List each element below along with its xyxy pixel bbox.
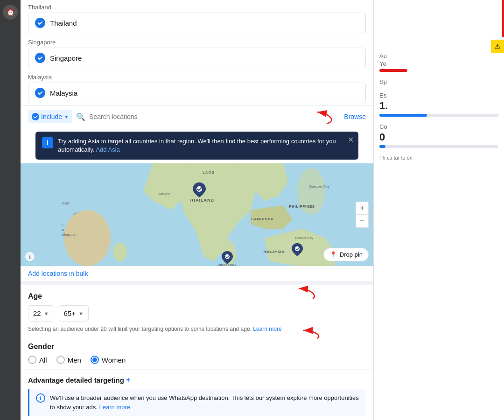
- age-max-select[interactable]: 65+ ▼: [59, 305, 89, 322]
- advantage-learn-more-link[interactable]: Learn more: [99, 404, 130, 411]
- asia-tooltip: i Try adding Asia to target all countrie…: [35, 132, 358, 160]
- svg-text:MALAYSIA: MALAYSIA: [263, 250, 284, 254]
- include-icon: [32, 113, 39, 120]
- singapore-row[interactable]: Singapore: [28, 48, 366, 68]
- svg-text:al: al: [62, 228, 64, 231]
- age-note: Selecting an audience under 20 will limi…: [28, 325, 366, 333]
- tooltip-wrapper: i Try adding Asia to target all countrie…: [21, 128, 373, 163]
- zoom-out-button[interactable]: −: [356, 215, 369, 228]
- rp-es-section: Es 1.: [379, 92, 498, 117]
- browse-button[interactable]: Browse: [344, 113, 366, 120]
- add-bulk-link[interactable]: Add locations in bulk: [21, 266, 373, 281]
- gender-options: All Men Women: [28, 356, 366, 364]
- search-input[interactable]: [89, 113, 340, 120]
- gender-all-option[interactable]: All: [28, 356, 47, 364]
- gender-all-label: All: [39, 356, 47, 364]
- age-max-dropdown-icon: ▼: [78, 311, 84, 316]
- age-learn-more-link[interactable]: Learn more: [253, 326, 281, 332]
- svg-point-3: [64, 210, 111, 266]
- main-content: Thailand Thailand Singapore Singapo: [21, 0, 373, 420]
- gender-men-option[interactable]: Men: [56, 356, 81, 364]
- advantage-description: We'll use a broader audience when you us…: [50, 393, 359, 412]
- clock-icon: ⏰: [3, 5, 18, 20]
- gender-all-radio: [28, 356, 36, 364]
- svg-point-5: [113, 243, 127, 261]
- rp-cost-section: Co 0: [379, 123, 498, 148]
- thailand-name: Thailand: [50, 19, 77, 27]
- zoom-in-button[interactable]: +: [356, 202, 369, 215]
- map-container[interactable]: Bay of Bengal: [21, 163, 373, 266]
- svg-text:Davao City: Davao City: [295, 236, 313, 240]
- age-min-select[interactable]: 22 ▼: [28, 305, 54, 322]
- warning-triangle: ⚠: [491, 40, 504, 53]
- malaysia-section: Malaysia Malaysia: [21, 70, 373, 103]
- thailand-check-icon: [35, 18, 45, 28]
- advantage-plus-icon: +: [126, 376, 130, 384]
- advantage-info-box: i We'll use a broader audience when you …: [28, 389, 366, 416]
- gender-men-radio: [56, 356, 65, 364]
- svg-text:Quezon City: Quezon City: [309, 184, 329, 189]
- age-title: Age: [28, 292, 366, 301]
- search-bar: Include ▼ 🔍 Browse: [21, 105, 373, 128]
- include-dropdown-icon: ▼: [64, 114, 69, 119]
- advantage-section: Advantage detailed targeting + i We'll u…: [21, 370, 373, 420]
- rp-es-label: Es: [379, 92, 498, 99]
- pin-icon: 📍: [329, 251, 337, 258]
- map-svg: Bay of Bengal: [21, 163, 373, 266]
- rp-yo-label: Yo: [379, 60, 498, 67]
- rp-cost-bar-bg: [379, 145, 498, 148]
- rp-audience-section: Au Yo: [379, 52, 498, 72]
- gender-men-label: Men: [68, 356, 81, 364]
- gender-title: Gender: [28, 343, 366, 351]
- svg-text:THAILAND: THAILAND: [189, 198, 214, 203]
- gender-section: Gender All Men Women: [21, 337, 373, 370]
- svg-text:Yangon: Yangon: [158, 192, 171, 196]
- tooltip-text: Try adding Asia to target all countries …: [58, 137, 352, 154]
- svg-text:LAOS: LAOS: [203, 170, 215, 175]
- rp-reach-value: 1.: [379, 100, 498, 112]
- advantage-info-icon: i: [36, 393, 45, 403]
- rp-sp-section: Sp: [379, 78, 498, 85]
- rp-reach-bar-red: [379, 69, 407, 72]
- right-panel: ⚠ Au Yo Sp Es 1. Co 0 Th ca tar to on: [373, 0, 504, 420]
- rp-cost-bar-fill: [379, 145, 385, 148]
- gender-women-radio: [91, 356, 99, 364]
- malaysia-check-icon: [35, 88, 45, 98]
- search-icon: 🔍: [76, 112, 85, 121]
- singapore-label: Singapore: [28, 35, 366, 48]
- rp-cost-label: Co: [379, 123, 498, 130]
- svg-text:CAMBODIA: CAMBODIA: [251, 217, 273, 221]
- svg-text:ru: ru: [62, 224, 64, 227]
- rp-reach-bar-bg: [379, 114, 498, 117]
- rp-reach-bar-fill: [379, 114, 427, 117]
- thailand-section: Thailand Thailand: [21, 0, 373, 33]
- singapore-name: Singapore: [50, 54, 82, 62]
- thailand-label: Thailand: [28, 0, 366, 13]
- malaysia-label: Malaysia: [28, 70, 366, 83]
- drop-pin-label: Drop pin: [340, 251, 363, 258]
- singapore-check-icon: [35, 53, 45, 63]
- add-asia-link[interactable]: Add Asia: [96, 146, 119, 153]
- age-max-value: 65+: [64, 309, 76, 317]
- svg-text:PHILIPPINES: PHILIPPINES: [289, 204, 315, 209]
- info-icon: i: [42, 137, 53, 148]
- drop-pin-button[interactable]: 📍 Drop pin: [323, 248, 369, 261]
- rp-note: Th ca tar to on: [379, 154, 498, 161]
- left-sidebar: ⏰: [0, 0, 21, 420]
- age-min-value: 22: [33, 309, 41, 317]
- thailand-row[interactable]: Thailand: [28, 13, 366, 33]
- right-panel-content: Au Yo Sp Es 1. Co 0 Th ca tar to on: [379, 52, 498, 161]
- malaysia-row[interactable]: Malaysia: [28, 83, 366, 103]
- age-min-dropdown-icon: ▼: [44, 311, 49, 316]
- gender-women-option[interactable]: Women: [91, 356, 126, 364]
- map-zoom-controls: + −: [356, 202, 369, 228]
- rp-cost-value: 0: [379, 131, 498, 143]
- svg-text:abad: abad: [62, 202, 69, 205]
- red-accent-bar: [502, 0, 504, 37]
- include-button[interactable]: Include ▼: [28, 110, 72, 123]
- tooltip-close-icon[interactable]: ✕: [348, 135, 354, 144]
- gender-women-label: Women: [102, 356, 126, 364]
- age-selects: 22 ▼ 65+ ▼: [28, 305, 366, 322]
- rp-au-label: Au: [379, 52, 498, 59]
- age-section: Age 22 ▼ 65+ ▼ Selecting an audience und…: [21, 281, 373, 337]
